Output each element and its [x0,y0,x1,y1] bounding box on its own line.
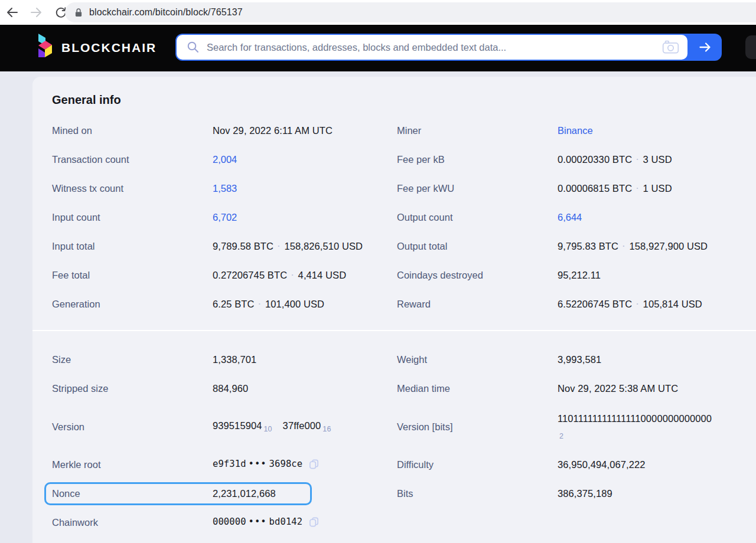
url-text: blockchair.com/bitcoin/block/765137 [89,7,243,18]
output-count-label: Output count [397,212,558,223]
copy-icon [308,516,320,528]
fee-total-label: Fee total [52,270,213,281]
block-info-card: General info Mined on Nov 29, 2022 6:11 … [32,77,756,543]
difficulty-label: Difficulty [397,459,558,470]
forward-arrow-icon [29,5,43,19]
difficulty-value: 36,950,494,067,222 [558,459,756,470]
table-row: Transaction count 2,004 Fee per kB 0.000… [52,145,756,174]
nonce-label: Nonce [52,488,213,499]
search-submit-button[interactable] [689,34,722,61]
blockchair-logo-icon [32,33,54,63]
base-subscript: 10 [264,425,272,433]
generation-label: Generation [52,299,213,310]
fee-per-kwu-label: Fee per kWU [397,183,558,194]
lock-icon [74,8,83,18]
input-total-label: Input total [52,241,213,252]
version-value: 9395159041037ffe00016 [213,420,397,433]
ellipsis-dots: ••• [249,459,267,469]
back-arrow-icon [5,5,19,19]
chainwork-label: Chainwork [52,517,213,528]
stripped-size-label: Stripped size [52,383,213,394]
table-row: Size 1,338,701 Weight 3,993,581 [52,345,756,374]
bits-label: Bits [397,488,558,499]
fee-per-kb-label: Fee per kB [397,154,558,165]
witness-tx-count-label: Witness tx count [52,183,213,194]
stripped-size-value: 884,960 [213,383,397,394]
reward-value: 6.52206745 BTC·105,814 USD [558,299,756,310]
miner-link[interactable]: Binance [558,125,593,136]
technical-details-section: Size 1,338,701 Weight 3,993,581 Stripped… [32,331,756,537]
dot-separator: · [623,241,625,250]
search-icon [187,41,200,54]
copy-button[interactable] [308,459,320,472]
merkle-root-label: Merkle root [52,459,213,470]
table-row: Stripped size 884,960 Median time Nov 29… [52,374,756,403]
table-row: Input total 9,789.58 BTC·158,826,510 USD… [52,232,756,261]
bits-value: 386,375,189 [558,488,756,499]
forward-button[interactable] [28,5,44,20]
header-menu-button[interactable] [745,35,756,59]
fee-per-kwu-value: 0.00006815 BTC·1 USD [558,183,756,194]
search-bar [175,34,722,61]
version-bits-label: Version [bits] [397,421,558,433]
submit-arrow-icon [698,40,713,54]
table-row: Chainwork 000000•••bd0142 [52,508,756,537]
copy-button[interactable] [308,516,320,529]
copy-icon [308,459,320,470]
search-field[interactable] [177,35,687,60]
weight-value: 3,993,581 [558,354,756,365]
address-bar[interactable]: blockchair.com/bitcoin/block/765137 [65,2,756,22]
version-bits-value: 110111111111111110000000000000 2 [558,413,756,440]
blockchair-logo[interactable]: BLOCKCHAIR [32,33,157,63]
chainwork-value: 000000•••bd0142 [213,516,397,529]
table-row: Input count 6,702 Output count 6,644 [52,203,756,232]
camera-icon [662,40,679,54]
reward-label: Reward [397,299,558,310]
dot-separator: · [636,184,638,192]
weight-label: Weight [397,354,558,365]
transaction-count-link[interactable]: 2,004 [213,154,237,165]
version-label: Version [52,421,213,433]
back-button[interactable] [5,5,20,20]
output-count-link[interactable]: 6,644 [558,212,582,223]
dot-separator: · [259,299,261,308]
table-row: Mined on Nov 29, 2022 6:11 AM UTC Miner … [52,116,756,145]
input-total-value: 9,789.58 BTC·158,826,510 USD [213,241,397,252]
mined-on-label: Mined on [52,125,213,136]
brand-name: BLOCKCHAIR [61,41,157,55]
dot-separator: · [278,241,280,250]
witness-tx-count-link[interactable]: 1,583 [213,183,237,194]
search-input[interactable] [206,41,662,54]
output-total-value: 9,795.83 BTC·158,927,900 USD [558,241,756,252]
mined-on-value: Nov 29, 2022 6:11 AM UTC [213,125,397,136]
transaction-count-label: Transaction count [52,154,213,165]
base-subscript: 16 [322,425,331,433]
general-info-section: Mined on Nov 29, 2022 6:11 AM UTC Miner … [32,116,756,319]
merkle-root-value: e9f31d•••3698ce [213,458,397,472]
median-time-label: Median time [397,383,558,394]
site-header: BLOCKCHAIR [0,25,756,71]
table-row: Fee total 0.27206745 BTC·4,414 USD Coind… [52,261,756,290]
input-count-label: Input count [52,212,213,223]
generation-value: 6.25 BTC·101,400 USD [213,299,397,310]
size-label: Size [52,354,213,365]
fee-total-value: 0.27206745 BTC·4,414 USD [213,270,397,281]
nonce-value: 2,231,012,668 [213,488,310,499]
ellipsis-dots: ••• [249,516,267,527]
nonce-highlight: Nonce 2,231,012,668 [44,482,312,505]
miner-label: Miner [397,125,558,136]
table-row: Version 9395159041037ffe00016 Version [b… [52,403,756,450]
output-total-label: Output total [397,241,558,252]
base-subscript: 2 [559,432,563,440]
coindays-destroyed-value: 95,212.11 [558,270,756,281]
coindays-destroyed-label: Coindays destroyed [397,270,558,281]
dot-separator: · [636,299,638,308]
dot-separator: · [291,270,294,279]
size-value: 1,338,701 [213,354,397,365]
input-count-link[interactable]: 6,702 [213,212,237,223]
image-search-button[interactable] [662,40,679,54]
dot-separator: · [636,155,638,163]
fee-per-kb-value: 0.00020330 BTC·3 USD [558,154,756,165]
median-time-value: Nov 29, 2022 5:38 AM UTC [558,383,756,394]
table-row: Generation 6.25 BTC·101,400 USD Reward 6… [52,290,756,319]
